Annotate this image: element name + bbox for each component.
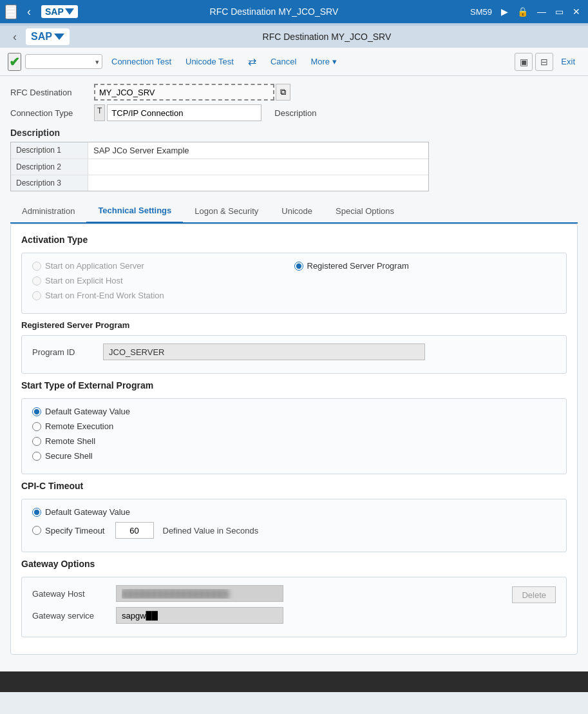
nav-bar: ‹ SAP RFC Destination MY_JCO_SRV (0, 26, 588, 48)
radio-timeout-specify-label: Specify Timeout (45, 526, 105, 536)
minimize-button[interactable]: — (535, 5, 549, 18)
start-type-box: Default Gateway Value Remote Execution R… (21, 398, 567, 474)
radio-app-server[interactable] (32, 262, 41, 271)
radio-remote-execution[interactable] (32, 422, 41, 431)
activation-type-box: Start on Application Server Start on Exp… (21, 253, 567, 314)
connection-test-button[interactable]: Connection Test (106, 54, 176, 69)
gateway-service-label: Gateway service (32, 611, 109, 621)
gateway-host-label: Gateway Host (32, 589, 109, 599)
radio-secure-shell-row: Secure Shell (32, 451, 556, 461)
connection-type-row: Connection Type T Description (10, 104, 578, 121)
cancel-button[interactable]: Cancel (265, 54, 301, 69)
activation-type-left-col: Start on Application Server Start on Exp… (32, 261, 294, 305)
page-title: RFC Destination MY_JCO_SRV (73, 32, 580, 42)
tab-special-options[interactable]: Special Options (324, 199, 406, 222)
radio-front-end[interactable] (32, 291, 41, 300)
timeout-value-input[interactable] (115, 522, 154, 539)
radio-remote-execution-label: Remote Execution (45, 421, 113, 431)
desc-label-1: Description 1 (11, 142, 88, 159)
program-id-input[interactable] (103, 343, 425, 360)
radio-front-end-label: Start on Front-End Work Station (45, 291, 164, 300)
activation-type-right-col: Registered Server Program (294, 261, 556, 305)
radio-registered[interactable] (294, 262, 303, 271)
rfc-destination-label: RFC Destination (10, 88, 94, 97)
maximize-button[interactable]: ▭ (553, 5, 566, 18)
radio-remote-shell-row: Remote Shell (32, 436, 556, 446)
copy-button[interactable]: ⧉ (276, 84, 290, 101)
sap-logo: SAP (41, 5, 78, 18)
svg-marker-1 (54, 34, 64, 40)
connection-type-input[interactable] (107, 104, 261, 121)
desc-row-2: Description 2 (11, 159, 428, 175)
cpic-timeout-box: Default Gateway Value Specify Timeout De… (21, 499, 567, 552)
more-button[interactable]: More ▾ (305, 54, 342, 69)
tab-logon-security[interactable]: Logon & Security (183, 199, 270, 222)
radio-app-server-row: Start on Application Server (32, 261, 294, 271)
cpic-timeout-title: CPI-C Timeout (21, 481, 567, 491)
save-button[interactable]: ✔ (8, 53, 21, 71)
radio-default-gateway-label: Default Gateway Value (45, 407, 130, 416)
toolbar: ✔ Connection Test Unicode Test ⇄ Cancel … (0, 48, 588, 76)
radio-secure-shell-label: Secure Shell (45, 451, 93, 461)
radio-secure-shell[interactable] (32, 452, 41, 461)
hamburger-menu-icon[interactable]: ☰ (5, 5, 17, 19)
sap-logo-main: SAP (26, 28, 70, 45)
rfc-destination-input[interactable] (94, 84, 274, 101)
description-table: Description 1 SAP JCo Server Example Des… (10, 142, 429, 191)
split-button[interactable]: ⊟ (535, 53, 553, 71)
technical-settings-panel: Activation Type Start on Application Ser… (10, 224, 578, 655)
svg-marker-0 (65, 8, 74, 15)
gateway-host-input[interactable] (116, 585, 283, 602)
unicode-test-button[interactable]: Unicode Test (180, 54, 239, 69)
tabs-bar: Administration Technical Settings Logon … (10, 199, 578, 224)
toolbar-right-buttons: ▣ ⊟ Exit (515, 53, 580, 71)
radio-frontend-row: Start on Front-End Work Station (32, 291, 294, 300)
desc-row-1: Description 1 SAP JCo Server Example (11, 142, 428, 159)
connection-type-code: T (94, 104, 105, 121)
gateway-service-row: Gateway service (32, 607, 480, 624)
radio-timeout-specify-row: Specify Timeout Defined Value in Seconds (32, 522, 556, 539)
tab-technical-settings[interactable]: Technical Settings (86, 199, 183, 224)
tab-unicode[interactable]: Unicode (270, 199, 324, 222)
registered-server-title: Registered Server Program (21, 320, 567, 330)
desc-label-2: Description 2 (11, 159, 88, 175)
lock-icon[interactable]: 🔒 (515, 5, 531, 18)
play-button[interactable]: ▶ (498, 5, 511, 18)
radio-remote-execution-row: Remote Execution (32, 421, 556, 431)
window-title: RFC Destination MY_JCO_SRV (78, 6, 470, 17)
exit-button[interactable]: Exit (556, 54, 580, 69)
registered-server-section: Registered Server Program Program ID (21, 320, 567, 374)
close-button[interactable]: ✕ (570, 5, 583, 18)
delete-button[interactable]: Delete (512, 586, 556, 603)
radio-default-gateway-row: Default Gateway Value (32, 407, 556, 416)
back-button[interactable]: ‹ (22, 4, 36, 20)
activation-type-options: Start on Application Server Start on Exp… (32, 261, 556, 305)
radio-timeout-default[interactable] (32, 508, 41, 517)
main-content: RFC Destination ⧉ Connection Type T Desc… (0, 76, 588, 671)
dropdown-wrapper[interactable] (25, 54, 102, 69)
toolbar-dropdown[interactable] (25, 54, 102, 69)
gateway-options-title: Gateway Options (21, 559, 567, 569)
gateway-options-content: Gateway Host Gateway service Delete (32, 585, 556, 629)
window-mode-button[interactable]: ▣ (515, 53, 533, 71)
status-bar (0, 671, 588, 692)
description-right-label: Description (274, 108, 316, 118)
radio-default-gateway[interactable] (32, 407, 41, 416)
program-id-row: Program ID (32, 343, 556, 360)
radio-timeout-specify[interactable] (32, 526, 41, 535)
nav-back-button[interactable]: ‹ (8, 29, 22, 45)
activation-type-title: Activation Type (21, 235, 567, 245)
timeout-unit-label: Defined Value in Seconds (163, 526, 259, 536)
connection-type-label: Connection Type (10, 108, 94, 118)
gateway-fields: Gateway Host Gateway service (32, 585, 480, 629)
gateway-service-input[interactable] (116, 607, 283, 624)
radio-timeout-default-row: Default Gateway Value (32, 507, 556, 517)
transfer-icon-button[interactable]: ⇄ (243, 53, 261, 70)
program-id-label: Program ID (32, 347, 97, 357)
radio-remote-shell[interactable] (32, 437, 41, 446)
tab-administration[interactable]: Administration (10, 199, 86, 222)
rfc-destination-row: RFC Destination ⧉ (10, 84, 578, 101)
more-chevron-icon: ▾ (332, 57, 337, 66)
desc-value-2 (88, 159, 428, 175)
radio-explicit-host[interactable] (32, 276, 41, 285)
